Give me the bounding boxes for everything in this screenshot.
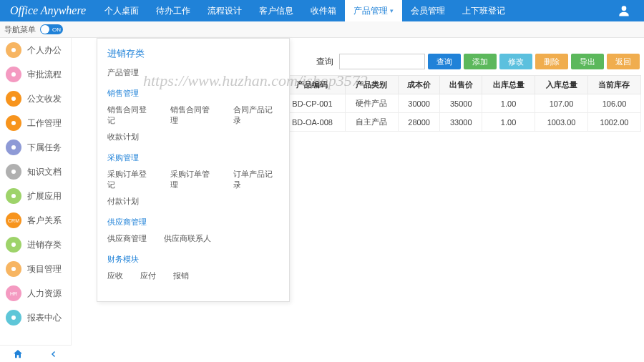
stock-icon (6, 237, 21, 253)
flow-icon (6, 67, 21, 82)
sidebar-item[interactable]: 扩展应用 (0, 184, 71, 208)
sidebar-item[interactable]: 进销存类 (0, 233, 71, 257)
sidebar-item[interactable]: 公文收发 (0, 87, 71, 111)
toolbar-button[interactable]: 添加 (464, 54, 497, 69)
bottom-bar (0, 345, 72, 362)
dropdown-section-header: 供应商管理 (107, 217, 279, 228)
top-bar: Office Anywhere 个人桌面待办工作流程设计客户信息收件箱产品管理▾… (0, 0, 644, 21)
sidebar-item-label: 客户关系 (27, 215, 62, 227)
data-table-wrap: 产品编码产品类别成本价出售价出库总量入库总量当前库存 BD-CP-001硬件产品… (279, 75, 644, 132)
topnav-item[interactable]: 待办工作 (147, 0, 199, 21)
table-cell: 107.00 (535, 94, 588, 113)
table-header: 成本价 (398, 76, 440, 94)
sidebar-item[interactable]: CRM客户关系 (0, 208, 71, 233)
table-row[interactable]: BD-OA-008自主产品28000330001.001003.001002.0… (280, 113, 641, 132)
user-avatar-icon[interactable] (617, 4, 631, 18)
mail-icon (6, 91, 21, 107)
sidebar-item[interactable]: 工作管理 (0, 111, 71, 135)
sidebar-item[interactable]: 审批流程 (0, 62, 71, 87)
table-header: 出库总量 (482, 76, 535, 94)
dropdown-item[interactable]: 销售合同管理 (170, 104, 216, 126)
sidebar-item-label: 知识文档 (27, 166, 62, 178)
topnav-item[interactable]: 个人桌面 (96, 0, 147, 21)
ext-icon (6, 188, 21, 204)
svg-point-2 (11, 72, 16, 77)
main-area: 进销存类产品管理销售管理销售合同登记销售合同管理合同产品记录收款计划采购管理采购… (72, 38, 644, 345)
HR-icon: HR (6, 285, 21, 301)
check-icon (6, 115, 21, 131)
toolbar-button[interactable]: 删除 (535, 54, 568, 69)
table-header: 当前库存 (587, 76, 640, 94)
svg-point-3 (11, 97, 16, 101)
dropdown-item[interactable]: 应付 (140, 270, 156, 281)
toolbar-button[interactable]: 导出 (571, 54, 604, 69)
dropdown-menu: 进销存类产品管理销售管理销售合同登记销售合同管理合同产品记录收款计划采购管理采购… (97, 38, 290, 302)
table-cell: 33000 (440, 113, 482, 132)
dropdown-item[interactable]: 报销 (173, 270, 189, 281)
topnav-item[interactable]: 收件箱 (302, 0, 345, 21)
dropdown-item[interactable]: 订单产品记录 (233, 169, 279, 190)
topnav-item[interactable]: 上下班登记 (454, 0, 514, 21)
topnav-item[interactable]: 产品管理▾ (345, 0, 402, 21)
user-icon (6, 42, 21, 58)
group-icon (6, 140, 21, 155)
sidebar-item-label: 个人办公 (27, 44, 62, 57)
CRM-icon: CRM (6, 212, 21, 228)
sidebar-item-label: 报表中心 (27, 312, 62, 324)
dropdown-item[interactable]: 付款计划 (107, 196, 139, 207)
sidebar-item-label: 工作管理 (27, 117, 62, 129)
table-row[interactable]: BD-CP-001硬件产品30000350001.00107.00106.00 (280, 94, 641, 113)
dropdown-item[interactable]: 采购订单登记 (107, 169, 153, 190)
table-cell: 1002.00 (587, 113, 640, 132)
sidebar-item[interactable]: 个人办公 (0, 38, 71, 62)
nav-toggle-bar: 导航菜单 ON (0, 21, 644, 38)
sidebar-item[interactable]: 项目管理 (0, 257, 71, 281)
topnav-item[interactable]: 客户信息 (250, 0, 302, 21)
dropdown-item[interactable]: 应收 (107, 270, 123, 281)
table-cell: 自主产品 (345, 113, 398, 132)
toolbar-button[interactable]: 修改 (499, 54, 532, 69)
table-cell: 30000 (398, 94, 440, 113)
home-icon[interactable] (0, 348, 36, 360)
table-cell: 1.00 (482, 113, 535, 132)
svg-point-6 (11, 170, 16, 174)
table-header: 出售价 (440, 76, 482, 94)
book-icon (6, 164, 21, 180)
chart-icon (6, 310, 21, 326)
toolbar-button[interactable]: 返回 (607, 54, 640, 69)
table-cell: 106.00 (587, 94, 640, 113)
dropdown-item[interactable]: 供应商联系人 (164, 233, 211, 244)
svg-point-8 (11, 243, 16, 247)
sidebar-item[interactable]: 下属任务 (0, 135, 71, 160)
dropdown-item[interactable]: 采购订单管理 (170, 169, 216, 190)
collapse-icon[interactable] (36, 350, 72, 358)
search-input[interactable] (339, 54, 425, 69)
sidebar-item-label: 项目管理 (27, 263, 62, 275)
svg-point-5 (11, 145, 16, 150)
sidebar-item[interactable]: HR人力资源 (0, 281, 71, 305)
sidebar-item-label: 下属任务 (27, 142, 62, 154)
dropdown-item[interactable]: 供应商管理 (107, 233, 147, 244)
table-header: 入库总量 (535, 76, 588, 94)
svg-point-0 (622, 6, 627, 11)
sidebar-item-label: 扩展应用 (27, 190, 62, 202)
svg-point-9 (11, 267, 16, 271)
topnav-item[interactable]: 流程设计 (199, 0, 250, 21)
product-table: 产品编码产品类别成本价出售价出库总量入库总量当前库存 BD-CP-001硬件产品… (279, 75, 641, 132)
table-cell: 35000 (440, 94, 482, 113)
topnav-item[interactable]: 会员管理 (402, 0, 454, 21)
sidebar-item-label: 人力资源 (27, 288, 62, 300)
table-header: 产品类别 (345, 76, 398, 94)
dropdown-item[interactable]: 产品管理 (107, 67, 279, 78)
nav-toggle-switch[interactable]: ON (40, 24, 63, 34)
toolbar-button[interactable]: 查询 (428, 54, 461, 69)
dropdown-item[interactable]: 合同产品记录 (233, 104, 279, 126)
table-cell: 28000 (398, 113, 440, 132)
sidebar-item[interactable]: 知识文档 (0, 160, 71, 184)
dropdown-item[interactable]: 收款计划 (107, 132, 139, 142)
sidebar-item[interactable]: 报表中心 (0, 305, 71, 330)
dropdown-item[interactable]: 销售合同登记 (107, 104, 153, 126)
search-label: 查询 (316, 56, 333, 68)
sidebar: 个人办公审批流程公文收发工作管理下属任务知识文档扩展应用CRM客户关系进销存类项… (0, 38, 72, 345)
svg-point-1 (11, 48, 16, 52)
